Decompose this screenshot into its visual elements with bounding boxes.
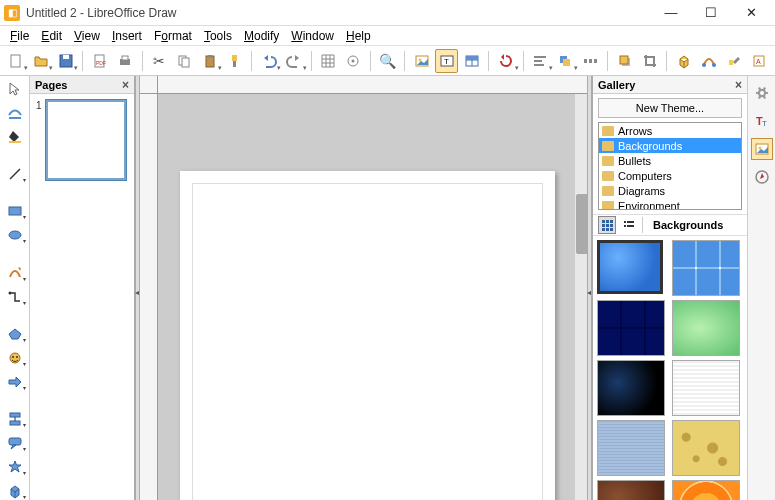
- save-button[interactable]: ▾: [54, 49, 77, 73]
- paste-button[interactable]: ▾: [198, 49, 221, 73]
- theme-item[interactable]: Arrows: [599, 123, 741, 138]
- connector-tool[interactable]: ▾: [4, 288, 26, 306]
- gallery-tab[interactable]: [751, 138, 773, 160]
- menu-file[interactable]: File: [4, 27, 35, 45]
- close-button[interactable]: ✕: [731, 1, 771, 25]
- theme-item[interactable]: Diagrams: [599, 183, 741, 198]
- svg-rect-0: [11, 55, 20, 67]
- menu-help[interactable]: Help: [340, 27, 377, 45]
- menu-edit[interactable]: Edit: [35, 27, 68, 45]
- cut-button[interactable]: ✂: [148, 49, 171, 73]
- titlebar: ◧ Untitled 2 - LibreOffice Draw — ☐ ✕: [0, 0, 775, 26]
- callout-tool[interactable]: ▾: [4, 434, 26, 452]
- grid-button[interactable]: [317, 49, 340, 73]
- basic-shapes-tool[interactable]: ▾: [4, 325, 26, 343]
- menu-view[interactable]: View: [68, 27, 106, 45]
- align-button[interactable]: ▾: [529, 49, 552, 73]
- drawing-page[interactable]: [180, 171, 555, 500]
- export-pdf-button[interactable]: PDF: [88, 49, 111, 73]
- detail-view-button[interactable]: [620, 216, 638, 234]
- insert-image-button[interactable]: [410, 49, 433, 73]
- rectangle-tool[interactable]: ▾: [4, 202, 26, 220]
- symbol-shapes-tool[interactable]: ▾: [4, 349, 26, 367]
- svg-rect-20: [466, 56, 478, 60]
- curve-tool[interactable]: ▾: [4, 264, 26, 282]
- splitter-right[interactable]: [587, 76, 592, 500]
- svg-point-40: [9, 231, 21, 239]
- ruler-horizontal[interactable]: [158, 76, 587, 94]
- gallery-thumb-tiles-dark[interactable]: [597, 300, 665, 356]
- svg-rect-36: [9, 117, 21, 119]
- menu-window[interactable]: Window: [285, 27, 340, 45]
- pages-panel-close[interactable]: ×: [122, 78, 129, 92]
- new-theme-button[interactable]: New Theme...: [598, 98, 742, 118]
- gallery-thumbnails: [593, 236, 747, 500]
- canvas-area[interactable]: [140, 76, 587, 500]
- insert-table-button[interactable]: [460, 49, 483, 73]
- line-color-tool[interactable]: [4, 104, 26, 122]
- folder-icon: [602, 126, 614, 136]
- menu-tools[interactable]: Tools: [198, 27, 238, 45]
- edit-points-button[interactable]: [697, 49, 720, 73]
- theme-item-label: Backgrounds: [618, 140, 682, 152]
- open-button[interactable]: ▾: [29, 49, 52, 73]
- star-tool[interactable]: ▾: [4, 458, 26, 476]
- svg-rect-56: [606, 228, 609, 231]
- copy-button[interactable]: [173, 49, 196, 73]
- arrange-button[interactable]: ▾: [554, 49, 577, 73]
- menu-insert[interactable]: Insert: [106, 27, 148, 45]
- print-button[interactable]: [114, 49, 137, 73]
- extrusion-button[interactable]: [672, 49, 695, 73]
- clone-format-button[interactable]: [223, 49, 246, 73]
- gallery-panel-close[interactable]: ×: [735, 78, 742, 92]
- fontwork-button[interactable]: A: [748, 49, 771, 73]
- ruler-vertical[interactable]: [140, 94, 158, 500]
- icon-view-button[interactable]: [598, 216, 616, 234]
- minimize-button[interactable]: —: [651, 1, 691, 25]
- line-tool[interactable]: ▾: [4, 165, 26, 183]
- theme-item[interactable]: Environment: [599, 198, 741, 210]
- scrollbar-vertical[interactable]: [575, 94, 587, 500]
- ellipse-tool[interactable]: ▾: [4, 226, 26, 244]
- glue-points-button[interactable]: [723, 49, 746, 73]
- flowchart-tool[interactable]: ▾: [4, 410, 26, 428]
- menu-modify[interactable]: Modify: [238, 27, 285, 45]
- new-button[interactable]: ▾: [4, 49, 27, 73]
- select-tool[interactable]: [4, 80, 26, 98]
- theme-item[interactable]: Backgrounds: [599, 138, 741, 153]
- distribute-button[interactable]: [579, 49, 602, 73]
- gallery-thumb-green-paint[interactable]: [672, 300, 740, 356]
- svg-rect-49: [602, 220, 605, 223]
- gallery-thumb-silk[interactable]: [597, 480, 665, 500]
- gallery-thumb-tiles-light[interactable]: [672, 240, 740, 296]
- menu-format[interactable]: Format: [148, 27, 198, 45]
- svg-rect-52: [602, 224, 605, 227]
- maximize-button[interactable]: ☐: [691, 1, 731, 25]
- gallery-thumb-cheese[interactable]: [672, 420, 740, 476]
- shadow-button[interactable]: [613, 49, 636, 73]
- navigator-tab[interactable]: [751, 166, 773, 188]
- undo-button[interactable]: ▾: [257, 49, 280, 73]
- gallery-thumb-white-texture[interactable]: [672, 360, 740, 416]
- theme-list[interactable]: ArrowsBackgroundsBulletsComputersDiagram…: [598, 122, 742, 210]
- 3d-tool[interactable]: ▾: [4, 482, 26, 500]
- snap-button[interactable]: [342, 49, 365, 73]
- theme-item[interactable]: Computers: [599, 168, 741, 183]
- styles-tab[interactable]: TT: [751, 110, 773, 132]
- arrow-shapes-tool[interactable]: ▾: [4, 373, 26, 391]
- redo-button[interactable]: ▾: [282, 49, 305, 73]
- fill-color-tool[interactable]: [4, 128, 26, 146]
- gallery-thumb-blue-fabric[interactable]: [597, 420, 665, 476]
- gallery-thumb-orange-slice[interactable]: [672, 480, 740, 500]
- crop-button[interactable]: [638, 49, 661, 73]
- theme-item[interactable]: Bullets: [599, 153, 741, 168]
- rotate-button[interactable]: ▾: [494, 49, 517, 73]
- insert-textbox-button[interactable]: T: [435, 49, 458, 73]
- svg-rect-53: [606, 224, 609, 227]
- svg-rect-8: [182, 58, 189, 67]
- properties-tab[interactable]: [751, 82, 773, 104]
- zoom-button[interactable]: 🔍: [376, 49, 399, 73]
- gallery-thumb-dark-swirl[interactable]: [597, 360, 665, 416]
- gallery-thumb-water[interactable]: [597, 240, 663, 294]
- page-thumbnail[interactable]: 1: [36, 100, 128, 180]
